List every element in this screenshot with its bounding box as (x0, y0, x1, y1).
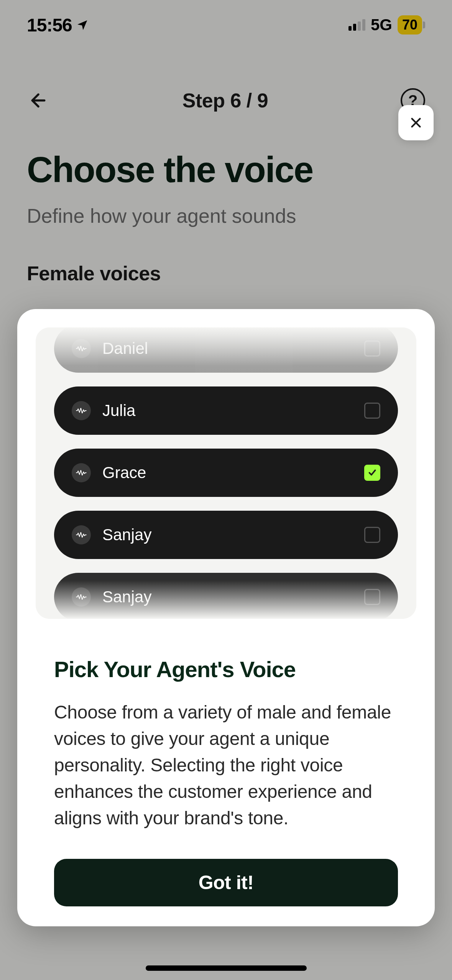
voice-checkbox (364, 527, 380, 543)
voice-option: Sanjay (54, 573, 398, 619)
voice-option: Sanjay (54, 511, 398, 559)
waveform-icon (72, 463, 91, 482)
voice-name: Sanjay (102, 588, 353, 606)
voice-checkbox (364, 589, 380, 605)
home-indicator[interactable] (146, 965, 307, 971)
waveform-icon (72, 525, 91, 544)
voice-name: Julia (102, 401, 353, 420)
voice-option: Julia (54, 386, 398, 435)
waveform-icon (72, 339, 91, 358)
voice-name: Grace (102, 464, 353, 482)
modal-body-text: Choose from a variety of male and female… (54, 699, 398, 832)
close-button[interactable] (398, 105, 434, 140)
voice-name: Daniel (102, 339, 353, 358)
voice-checkbox (364, 403, 380, 419)
voice-name: Sanjay (102, 526, 353, 544)
voice-option: Grace (54, 449, 398, 497)
voice-checkbox (364, 340, 380, 357)
modal-title: Pick Your Agent's Voice (54, 656, 398, 682)
info-modal: Daniel Julia Grace (17, 309, 435, 926)
modal-illustration: Daniel Julia Grace (36, 327, 416, 619)
got-it-button[interactable]: Got it! (54, 859, 398, 906)
voice-option: Daniel (54, 327, 398, 373)
voice-checkbox-checked (364, 465, 380, 481)
waveform-icon (72, 587, 91, 607)
waveform-icon (72, 401, 91, 420)
